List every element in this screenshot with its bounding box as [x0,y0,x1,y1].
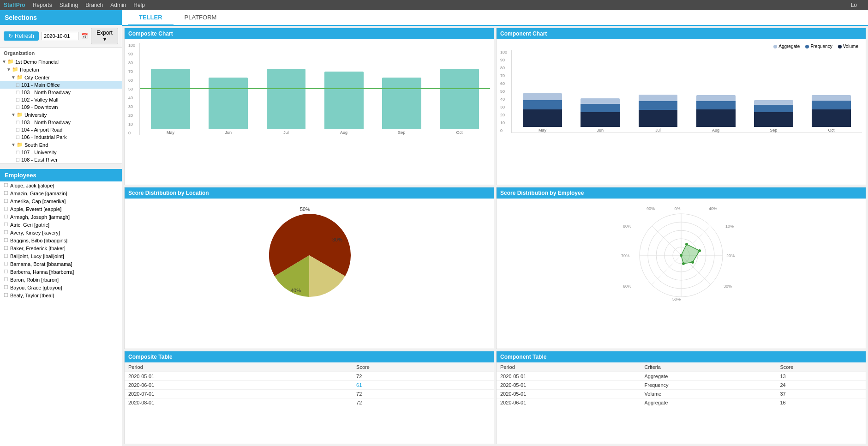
tree-item[interactable]: ☐106 - Industrial Park [0,133,122,141]
list-item[interactable]: ☐Amerika, Cap [camerika] [0,197,122,205]
pie-container: 30% 50% 40% [128,202,490,308]
logout-label[interactable]: Lo [851,2,857,8]
employee-name: Balljoint, Lucy [lballjoint] [10,253,64,259]
tree-item[interactable]: ☐102 - Valley Mall [0,96,122,103]
stacked-bar-sep: Sep [746,50,802,133]
y-label: 30 [500,105,511,109]
employee-name: Amazin, Grace [gamazin] [10,191,67,196]
table-row: 2020-06-0161 [125,381,494,390]
folder-icon: 📁 [12,66,18,72]
date-input[interactable] [42,32,78,40]
chevron-icon: ▼ [6,67,11,72]
bar-aug [324,72,364,129]
tree-item[interactable]: ☐104 - Airport Road [0,126,122,133]
cell-criteria: Frequency [641,381,777,390]
seg-freq-may [523,100,562,109]
nav-staffing[interactable]: Staffing [60,2,78,8]
bar-label-jul: Jul [283,130,289,135]
tree-item[interactable]: ☐109 - Downtown [0,103,122,111]
list-item[interactable]: ☐Balljoint, Lucy [lballjoint] [0,252,122,260]
bar-group-jun: Jun [200,43,256,135]
list-item[interactable]: ☐Baron, Robin [rbaron] [0,276,122,283]
file-icon: ☐ [4,269,8,275]
folder-icon: 📁 [17,112,23,118]
tree-item[interactable]: ▼📁South End [0,141,122,149]
refresh-button[interactable]: ↻ Refresh [4,31,39,41]
radar-label-50: 50% [672,297,681,301]
seg-agg-jul [639,95,678,101]
list-item[interactable]: ☐Barberra, Hanna [hbarberra] [0,268,122,276]
table-row: 2020-08-0172 [125,398,494,407]
component-chart-panel: Component Chart Aggregate Frequency [496,28,866,185]
list-item[interactable]: ☐Bayou, Grace [gbayou] [0,283,122,291]
legend-label-aggregate: Aggregate [778,44,800,49]
file-icon: ☐ [4,222,8,228]
file-icon: ☐ [16,105,20,110]
h-scroll-area[interactable] [0,163,122,169]
y-label: 20 [500,113,511,117]
legend-label-frequency: Frequency [810,44,832,49]
composite-table-body: Period Score 2020-05-01722020-06-0161202… [125,362,494,407]
file-icon: ☐ [16,90,20,95]
bar-jun [209,78,248,129]
tree-item-label: University [24,112,47,118]
tree-item-label: 107 - University [21,150,56,155]
nav-reports[interactable]: Reports [33,2,52,8]
list-item[interactable]: ☐Alope, Jack [jalope] [0,181,122,189]
y-label: 0 [500,128,511,133]
list-item[interactable]: ☐Bamama, Borat [bbamama] [0,260,122,268]
tree-item[interactable]: ▼📁City Center [0,73,122,81]
list-item[interactable]: ☐Bealy, Taylor [tbeal] [0,291,122,299]
list-item[interactable]: ☐Amazin, Grace [gamazin] [0,189,122,197]
seg-volume-oct [812,109,851,127]
cell-score: 24 [776,381,866,390]
tree-item-label: 108 - East River [21,157,58,163]
file-icon: ☐ [4,284,8,290]
tree-item[interactable]: ▼📁Hopeton [0,66,122,73]
nav-help[interactable]: Help [133,2,145,8]
tab-teller[interactable]: TELLER [128,10,174,26]
seg-agg-may [523,93,562,100]
file-icon: ☐ [4,182,8,188]
component-table-panel: Component Table Period Criteria Score 20… [496,351,866,444]
tree-item[interactable]: ▼📁1st Demo Financial [0,58,122,66]
brand-label[interactable]: StaffPro [4,2,25,8]
th-period: Period [497,362,641,372]
y-label: 100 [128,43,139,48]
pie-label-30: 30% [332,237,342,242]
tree-item[interactable]: ☐103 - North Broadway [0,89,122,96]
list-item[interactable]: ☐Apple, Everett [eapple] [0,205,122,213]
employees-list: ☐Alope, Jack [jalope]☐Amazin, Grace [gam… [0,181,122,446]
cell-score: 37 [776,390,866,398]
calendar-icon[interactable]: 📅 [81,33,88,39]
chevron-icon: ▼ [2,59,6,64]
list-item[interactable]: ☐Baggins, Bilbo [bbaggins] [0,236,122,244]
tree-item[interactable]: ▼📁University [0,111,122,119]
tree-item-label: 106 - Industrial Park [21,134,66,140]
file-icon: ☐ [4,229,8,235]
nav-admin[interactable]: Admin [110,2,126,8]
bar-label-oct: Oct [456,130,462,135]
tree-item[interactable]: ☐103 - North Broadway [0,119,122,126]
tree-item[interactable]: ☐108 - East River [0,156,122,163]
tab-platform[interactable]: PLATFORM [174,10,228,26]
folder-icon: 📁 [17,74,23,80]
tree-item[interactable]: ☐101 - Main Office [0,81,122,89]
nav-branch[interactable]: Branch [85,2,103,8]
tree-item[interactable]: ☐107 - University [0,149,122,156]
list-item[interactable]: ☐Armagh, Joseph [jarmagh] [0,213,122,221]
radar-chart-panel: Score Distribution by Employee [496,187,866,349]
table-header-row: Period Score [125,362,494,372]
th-score: Score [353,362,494,372]
seg-volume-jul [639,110,678,127]
list-item[interactable]: ☐Baker, Frederick [fbaker] [0,244,122,252]
component-table: Period Criteria Score 2020-05-01Aggregat… [497,362,866,407]
export-button[interactable]: Export ▾ [91,28,118,44]
file-icon: ☐ [16,83,20,88]
list-item[interactable]: ☐Avery, Kinsey [kavery] [0,229,122,236]
list-item[interactable]: ☐Atric, Geri [gatric] [0,221,122,229]
cell-period: 2020-06-01 [125,381,353,390]
tree-item-label: 109 - Downtown [21,104,58,110]
bar-group-oct: Oct [431,43,487,135]
table-row: 2020-05-0172 [125,372,494,381]
